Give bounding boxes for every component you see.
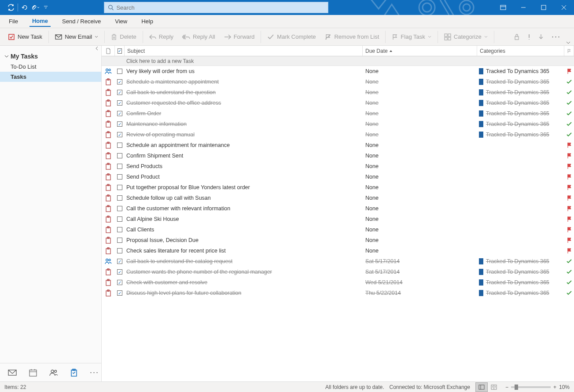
task-row[interactable]: Call the customer with relevant informat… <box>102 203 574 214</box>
task-flag-icon[interactable] <box>564 259 574 264</box>
low-priority-icon[interactable] <box>538 33 544 40</box>
close-button[interactable] <box>554 0 574 15</box>
task-flag-icon[interactable] <box>564 79 574 84</box>
forward-button[interactable]: Forward <box>220 32 259 42</box>
task-flag-icon[interactable] <box>564 174 574 180</box>
remove-from-list-button[interactable]: Remove from List <box>320 32 383 42</box>
task-row[interactable]: ✓Confirm OrderNoneTracked To Dynamics 36… <box>102 108 574 119</box>
menu-view[interactable]: View <box>112 16 130 26</box>
task-flag-icon[interactable] <box>564 111 574 116</box>
task-row[interactable]: ✓Call back to understand the questionNon… <box>102 87 574 98</box>
task-row[interactable]: ✓Schedule a maintenance appointmentNoneT… <box>102 77 574 87</box>
task-row[interactable]: ✓Discuss high level plans for future col… <box>102 288 574 298</box>
task-flag-icon[interactable] <box>564 100 574 106</box>
reply-all-button[interactable]: Reply All <box>178 32 220 42</box>
task-row[interactable]: Call Alpine Ski HouseNone <box>102 214 574 224</box>
task-complete-checkbox[interactable]: ✓ <box>115 111 125 116</box>
column-icon[interactable] <box>102 46 115 56</box>
column-complete[interactable]: ✓ <box>115 46 125 56</box>
zoom-control[interactable]: − + 10% <box>505 384 570 390</box>
task-complete-checkbox[interactable] <box>115 143 125 148</box>
task-flag-icon[interactable] <box>564 163 574 169</box>
task-flag-icon[interactable] <box>564 205 574 212</box>
task-flag-icon[interactable] <box>564 132 574 137</box>
task-complete-checkbox[interactable]: ✓ <box>115 269 125 275</box>
task-flag-icon[interactable] <box>564 195 574 201</box>
task-flag-icon[interactable] <box>564 216 574 222</box>
sidebar-item-tasks[interactable]: Tasks <box>0 72 101 82</box>
task-row[interactable]: Put together proposal for Blue Yonders l… <box>102 182 574 193</box>
reply-button[interactable]: Reply <box>145 32 178 42</box>
task-row[interactable]: Schedule an appointment for maintenanceN… <box>102 140 574 150</box>
task-complete-checkbox[interactable] <box>115 153 125 158</box>
undo-icon[interactable] <box>20 2 29 13</box>
ribbon-mode-icon[interactable] <box>493 0 513 15</box>
task-row[interactable]: Send ProductsNone <box>102 161 574 172</box>
categorize-button[interactable]: Categorize <box>440 32 492 42</box>
task-complete-checkbox[interactable]: ✓ <box>115 132 125 137</box>
zoom-slider[interactable] <box>511 386 551 388</box>
task-complete-checkbox[interactable]: ✓ <box>115 121 125 127</box>
sync-icon[interactable] <box>6 2 16 13</box>
task-complete-checkbox[interactable]: ✓ <box>115 79 125 84</box>
task-complete-checkbox[interactable]: ✓ <box>115 90 125 95</box>
calendar-nav-icon[interactable] <box>29 369 37 377</box>
column-subject[interactable]: Subject <box>125 46 363 56</box>
task-row[interactable]: Confirm Shipment SentNone <box>102 150 574 161</box>
view-reading-button[interactable] <box>488 382 500 392</box>
task-row[interactable]: ✓Check with customer and resolveWed 5/21… <box>102 277 574 288</box>
collapse-ribbon-icon[interactable] <box>566 41 570 44</box>
task-complete-checkbox[interactable] <box>115 164 125 169</box>
task-row[interactable]: ✓Customer requested the office addressNo… <box>102 98 574 108</box>
task-row[interactable]: Check sales literature for recent price … <box>102 245 574 256</box>
column-due-date[interactable]: Due Date <box>363 46 477 56</box>
menu-help[interactable]: Help <box>139 16 156 26</box>
task-complete-checkbox[interactable] <box>115 206 125 211</box>
zoom-in-icon[interactable]: + <box>553 384 556 390</box>
task-complete-checkbox[interactable] <box>115 227 125 232</box>
task-flag-icon[interactable] <box>564 290 574 296</box>
task-row[interactable]: ✓Review of operating manualNoneTracked T… <box>102 129 574 140</box>
new-task-row[interactable]: Click here to add a new Task <box>102 56 574 66</box>
zoom-out-icon[interactable]: − <box>505 384 508 390</box>
task-complete-checkbox[interactable] <box>115 195 125 201</box>
menu-file[interactable]: File <box>6 16 21 26</box>
task-row[interactable]: Very likely will order from usNoneTracke… <box>102 66 574 77</box>
mark-complete-button[interactable]: Mark Complete <box>263 32 320 42</box>
task-flag-icon[interactable] <box>564 248 574 254</box>
task-flag-icon[interactable] <box>564 227 574 233</box>
maximize-button[interactable] <box>534 0 554 15</box>
task-flag-icon[interactable] <box>564 68 574 74</box>
tasks-nav-icon[interactable] <box>70 369 77 377</box>
view-normal-button[interactable] <box>475 382 488 392</box>
task-complete-checkbox[interactable]: ✓ <box>115 290 125 296</box>
task-complete-checkbox[interactable]: ✓ <box>115 100 125 106</box>
task-complete-checkbox[interactable] <box>115 69 125 74</box>
minimize-button[interactable] <box>513 0 534 15</box>
task-complete-checkbox[interactable]: ✓ <box>115 280 125 285</box>
delete-button[interactable]: Delete <box>107 32 141 42</box>
task-row[interactable]: Send ProductNone <box>102 172 574 182</box>
task-complete-checkbox[interactable] <box>115 174 125 180</box>
sidebar-item-to-do-list[interactable]: To-Do List <box>0 62 101 72</box>
task-row[interactable]: ✓Customer wants the phone number of the … <box>102 267 574 277</box>
task-complete-checkbox[interactable] <box>115 216 125 222</box>
customize-qat-icon[interactable] <box>41 2 51 13</box>
collapse-nav-icon[interactable] <box>0 46 101 51</box>
mail-nav-icon[interactable] <box>8 369 17 376</box>
task-row[interactable]: Call ClientsNone <box>102 224 574 235</box>
menu-send-receive[interactable]: Send / Receive <box>59 16 103 26</box>
task-complete-checkbox[interactable]: ✓ <box>115 259 125 264</box>
task-flag-icon[interactable] <box>564 237 574 243</box>
task-flag-icon[interactable] <box>564 142 574 148</box>
task-flag-icon[interactable] <box>564 280 574 285</box>
task-flag-icon[interactable] <box>564 153 574 159</box>
task-flag-icon[interactable] <box>564 269 574 275</box>
lock-icon[interactable] <box>514 33 520 40</box>
task-row[interactable]: Schedule follow up call with SusanNone <box>102 193 574 203</box>
search-box[interactable] <box>104 2 328 13</box>
my-tasks-header[interactable]: My Tasks <box>0 51 101 62</box>
task-flag-icon[interactable] <box>564 90 574 95</box>
attach-icon[interactable] <box>30 2 40 13</box>
task-row[interactable]: Proposal Issue, Decision DueNone <box>102 235 574 245</box>
